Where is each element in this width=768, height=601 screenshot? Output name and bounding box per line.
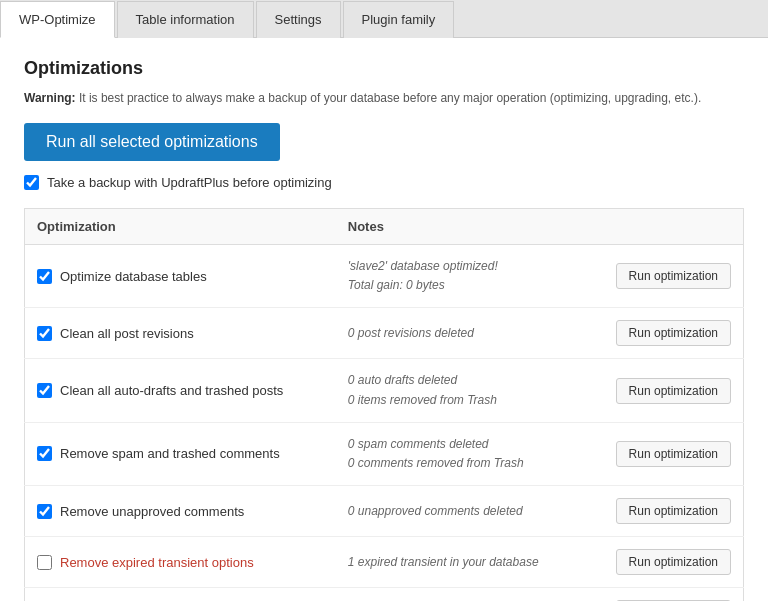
optimization-name-cell: Remove unapproved comments <box>25 486 336 537</box>
opt-name-wrapper: Optimize database tables <box>37 269 324 284</box>
optimization-name-cell: Remove spam and trashed comments <box>25 422 336 485</box>
backup-checkbox-label: Take a backup with UpdraftPlus before op… <box>47 175 332 190</box>
checkbox-remove-spam-comments[interactable] <box>37 446 52 461</box>
tab-wp-optimize[interactable]: WP-Optimize <box>0 1 115 38</box>
run-opt-button-remove-expired-transients[interactable]: Run optimization <box>616 549 731 575</box>
opt-name-wrapper: Clean all auto-drafts and trashed posts <box>37 383 324 398</box>
tab-plugin-family[interactable]: Plugin family <box>343 1 455 38</box>
run-opt-cell: Run optimization <box>583 359 744 422</box>
run-opt-button-optimize-tables[interactable]: Run optimization <box>616 263 731 289</box>
run-opt-button-remove-unapproved-comments[interactable]: Run optimization <box>616 498 731 524</box>
col-header-notes: Notes <box>336 209 583 245</box>
run-opt-cell: Run optimization <box>583 588 744 601</box>
opt-name-wrapper: Clean all post revisions <box>37 326 324 341</box>
opt-name-label: Remove expired transient options <box>60 555 254 570</box>
opt-name-wrapper: Remove expired transient options <box>37 555 324 570</box>
main-content: Optimizations Warning: It is best practi… <box>0 38 768 601</box>
col-header-optimization: Optimization <box>25 209 336 245</box>
opt-name-label: Clean all auto-drafts and trashed posts <box>60 383 283 398</box>
run-opt-cell: Run optimization <box>583 422 744 485</box>
section-title: Optimizations <box>24 58 744 79</box>
table-row: Optimize database tables'slave2' databas… <box>25 245 744 308</box>
notes-cell: 0 post revisions deleted <box>336 308 583 359</box>
run-all-button[interactable]: Run all selected optimizations <box>24 123 280 161</box>
optimizations-table: Optimization Notes Optimize database tab… <box>24 208 744 601</box>
checkbox-remove-unapproved-comments[interactable] <box>37 504 52 519</box>
checkbox-optimize-tables[interactable] <box>37 269 52 284</box>
backup-checkbox-row: Take a backup with UpdraftPlus before op… <box>24 175 744 190</box>
notes-cell: 'slave2' database optimized!Total gain: … <box>336 245 583 308</box>
warning-prefix: Warning: <box>24 91 76 105</box>
optimization-name-cell: Optimize database tables <box>25 245 336 308</box>
checkbox-clean-auto-drafts[interactable] <box>37 383 52 398</box>
tabs-container: WP-Optimize Table information Settings P… <box>0 0 768 38</box>
opt-name-label: Optimize database tables <box>60 269 207 284</box>
warning-text: Warning: It is best practice to always m… <box>24 89 744 107</box>
run-opt-button-clean-auto-drafts[interactable]: Run optimization <box>616 378 731 404</box>
opt-name-wrapper: Remove unapproved comments <box>37 504 324 519</box>
tab-bar: WP-Optimize Table information Settings P… <box>0 0 768 38</box>
run-opt-button-remove-spam-comments[interactable]: Run optimization <box>616 441 731 467</box>
optimization-name-cell: Clean all post revisions <box>25 308 336 359</box>
notes-cell: 0 unapproved comments deleted <box>336 486 583 537</box>
table-row: Remove expired transient options1 expire… <box>25 537 744 588</box>
run-opt-cell: Run optimization <box>583 486 744 537</box>
backup-checkbox[interactable] <box>24 175 39 190</box>
notes-cell: 0 spam comments deleted0 comments remove… <box>336 422 583 485</box>
notes-cell: 0 auto drafts deleted0 items removed fro… <box>336 359 583 422</box>
col-header-action <box>583 209 744 245</box>
opt-name-label: Remove spam and trashed comments <box>60 446 280 461</box>
checkbox-clean-post-revisions[interactable] <box>37 326 52 341</box>
run-opt-cell: Run optimization <box>583 537 744 588</box>
run-opt-button-clean-post-revisions[interactable]: Run optimization <box>616 320 731 346</box>
opt-name-label: Clean all post revisions <box>60 326 194 341</box>
run-opt-cell: Run optimization <box>583 245 744 308</box>
warning-body: It is best practice to always make a bac… <box>76 91 702 105</box>
table-row: Clean all auto-drafts and trashed posts0… <box>25 359 744 422</box>
notes-cell: No pingbacks found <box>336 588 583 601</box>
opt-name-label: Remove unapproved comments <box>60 504 244 519</box>
tab-table-information[interactable]: Table information <box>117 1 254 38</box>
table-row: Remove spam and trashed comments0 spam c… <box>25 422 744 485</box>
opt-name-wrapper: Remove spam and trashed comments <box>37 446 324 461</box>
notes-cell: 1 expired transient in your database <box>336 537 583 588</box>
tab-settings[interactable]: Settings <box>256 1 341 38</box>
optimization-name-cell: Remove expired transient options <box>25 537 336 588</box>
optimization-name-cell: Remove pingbacks <box>25 588 336 601</box>
checkbox-remove-expired-transients[interactable] <box>37 555 52 570</box>
table-row: Remove unapproved comments0 unapproved c… <box>25 486 744 537</box>
optimization-name-cell: Clean all auto-drafts and trashed posts <box>25 359 336 422</box>
table-row: Clean all post revisions0 post revisions… <box>25 308 744 359</box>
table-header-row: Optimization Notes <box>25 209 744 245</box>
run-opt-cell: Run optimization <box>583 308 744 359</box>
table-row: Remove pingbacksNo pingbacks foundRun op… <box>25 588 744 601</box>
